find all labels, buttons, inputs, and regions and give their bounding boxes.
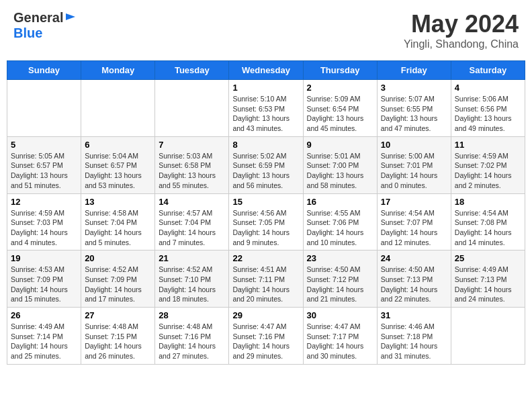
day-info: Sunrise: 4:57 AM Sunset: 7:04 PM Dayligh… xyxy=(159,208,225,248)
day-number: 9 xyxy=(307,140,373,150)
day-number: 10 xyxy=(381,140,447,150)
weekday-header-tuesday: Tuesday xyxy=(155,61,229,80)
day-info: Sunrise: 4:47 AM Sunset: 7:16 PM Dayligh… xyxy=(232,322,299,361)
calendar-cell xyxy=(155,80,229,137)
calendar-cell: 2Sunrise: 5:09 AM Sunset: 6:54 PM Daylig… xyxy=(303,80,377,137)
calendar-cell: 6Sunrise: 5:04 AM Sunset: 6:57 PM Daylig… xyxy=(81,136,155,193)
day-info: Sunrise: 4:54 AM Sunset: 7:07 PM Dayligh… xyxy=(381,208,447,248)
day-info: Sunrise: 5:04 AM Sunset: 6:57 PM Dayligh… xyxy=(85,151,151,191)
calendar-cell: 1Sunrise: 5:10 AM Sunset: 6:53 PM Daylig… xyxy=(229,80,303,137)
day-info: Sunrise: 4:52 AM Sunset: 7:10 PM Dayligh… xyxy=(159,265,225,304)
day-number: 3 xyxy=(381,83,447,93)
day-info: Sunrise: 4:59 AM Sunset: 7:03 PM Dayligh… xyxy=(11,208,77,248)
location-subtitle: Yingli, Shandong, China xyxy=(404,38,519,50)
weekday-header-wednesday: Wednesday xyxy=(229,61,303,80)
day-info: Sunrise: 5:02 AM Sunset: 6:59 PM Dayligh… xyxy=(232,151,299,191)
logo: General Blue xyxy=(13,10,77,41)
day-info: Sunrise: 4:51 AM Sunset: 7:11 PM Dayligh… xyxy=(232,265,299,304)
day-info: Sunrise: 4:48 AM Sunset: 7:16 PM Dayligh… xyxy=(159,322,225,361)
day-number: 22 xyxy=(232,253,299,263)
day-number: 7 xyxy=(159,140,225,150)
day-info: Sunrise: 4:59 AM Sunset: 7:02 PM Dayligh… xyxy=(455,151,521,191)
calendar-week-2: 5Sunrise: 5:05 AM Sunset: 6:57 PM Daylig… xyxy=(7,136,525,193)
calendar-cell: 9Sunrise: 5:01 AM Sunset: 7:00 PM Daylig… xyxy=(303,136,377,193)
day-number: 5 xyxy=(11,140,77,150)
day-number: 8 xyxy=(232,140,299,150)
calendar-cell: 7Sunrise: 5:03 AM Sunset: 6:58 PM Daylig… xyxy=(155,136,229,193)
day-info: Sunrise: 5:09 AM Sunset: 6:54 PM Dayligh… xyxy=(307,94,373,134)
title-section: May 2024 Yingli, Shandong, China xyxy=(404,10,519,50)
day-info: Sunrise: 4:48 AM Sunset: 7:15 PM Dayligh… xyxy=(85,322,151,361)
calendar-table: SundayMondayTuesdayWednesdayThursdayFrid… xyxy=(7,60,525,365)
day-info: Sunrise: 5:06 AM Sunset: 6:56 PM Dayligh… xyxy=(455,94,521,134)
day-number: 18 xyxy=(455,197,521,207)
calendar-cell: 3Sunrise: 5:07 AM Sunset: 6:55 PM Daylig… xyxy=(377,80,451,137)
weekday-header-friday: Friday xyxy=(377,61,451,80)
calendar-cell xyxy=(81,80,155,137)
calendar-cell: 24Sunrise: 4:50 AM Sunset: 7:13 PM Dayli… xyxy=(377,250,451,308)
day-number: 11 xyxy=(455,140,521,150)
month-title: May 2024 xyxy=(404,10,519,38)
day-number: 14 xyxy=(159,197,225,207)
calendar-cell: 17Sunrise: 4:54 AM Sunset: 7:07 PM Dayli… xyxy=(377,193,451,250)
day-number: 31 xyxy=(381,310,447,320)
day-info: Sunrise: 5:01 AM Sunset: 7:00 PM Dayligh… xyxy=(307,151,373,191)
day-number: 24 xyxy=(381,253,447,263)
day-number: 23 xyxy=(307,253,373,263)
day-number: 2 xyxy=(307,83,373,93)
day-number: 13 xyxy=(85,197,151,207)
calendar-cell xyxy=(7,80,81,137)
day-number: 20 xyxy=(85,253,151,263)
calendar-cell: 14Sunrise: 4:57 AM Sunset: 7:04 PM Dayli… xyxy=(155,193,229,250)
calendar-cell: 16Sunrise: 4:55 AM Sunset: 7:06 PM Dayli… xyxy=(303,193,377,250)
day-number: 29 xyxy=(232,310,299,320)
calendar-cell: 26Sunrise: 4:49 AM Sunset: 7:14 PM Dayli… xyxy=(7,308,81,365)
calendar-cell: 4Sunrise: 5:06 AM Sunset: 6:56 PM Daylig… xyxy=(451,80,525,137)
day-info: Sunrise: 5:07 AM Sunset: 6:55 PM Dayligh… xyxy=(381,94,447,134)
calendar-cell: 20Sunrise: 4:52 AM Sunset: 7:09 PM Dayli… xyxy=(81,250,155,308)
calendar-cell: 5Sunrise: 5:05 AM Sunset: 6:57 PM Daylig… xyxy=(7,136,81,193)
calendar-cell: 30Sunrise: 4:47 AM Sunset: 7:17 PM Dayli… xyxy=(303,308,377,365)
day-number: 26 xyxy=(11,310,77,320)
day-info: Sunrise: 4:49 AM Sunset: 7:14 PM Dayligh… xyxy=(11,322,77,361)
calendar-cell: 12Sunrise: 4:59 AM Sunset: 7:03 PM Dayli… xyxy=(7,193,81,250)
day-number: 28 xyxy=(159,310,225,320)
calendar-week-4: 19Sunrise: 4:53 AM Sunset: 7:09 PM Dayli… xyxy=(7,250,525,308)
calendar-cell: 31Sunrise: 4:46 AM Sunset: 7:18 PM Dayli… xyxy=(377,308,451,365)
calendar-week-1: 1Sunrise: 5:10 AM Sunset: 6:53 PM Daylig… xyxy=(7,80,525,137)
day-number: 30 xyxy=(307,310,373,320)
calendar-week-5: 26Sunrise: 4:49 AM Sunset: 7:14 PM Dayli… xyxy=(7,308,525,365)
calendar-cell xyxy=(451,308,525,365)
day-info: Sunrise: 4:46 AM Sunset: 7:18 PM Dayligh… xyxy=(381,322,447,361)
logo-general-text: General xyxy=(13,10,63,26)
day-number: 17 xyxy=(381,197,447,207)
day-number: 1 xyxy=(232,83,299,93)
page-header: General Blue May 2024 Yingli, Shandong, … xyxy=(7,7,525,54)
day-info: Sunrise: 4:47 AM Sunset: 7:17 PM Dayligh… xyxy=(307,322,373,361)
calendar-cell: 29Sunrise: 4:47 AM Sunset: 7:16 PM Dayli… xyxy=(229,308,303,365)
weekday-header-saturday: Saturday xyxy=(451,61,525,80)
calendar-cell: 11Sunrise: 4:59 AM Sunset: 7:02 PM Dayli… xyxy=(451,136,525,193)
calendar-cell: 13Sunrise: 4:58 AM Sunset: 7:04 PM Dayli… xyxy=(81,193,155,250)
weekday-header-monday: Monday xyxy=(81,61,155,80)
day-number: 6 xyxy=(85,140,151,150)
day-info: Sunrise: 5:05 AM Sunset: 6:57 PM Dayligh… xyxy=(11,151,77,191)
day-number: 16 xyxy=(307,197,373,207)
logo-icon xyxy=(64,11,77,23)
day-number: 27 xyxy=(85,310,151,320)
day-info: Sunrise: 4:52 AM Sunset: 7:09 PM Dayligh… xyxy=(85,265,151,304)
calendar-cell: 27Sunrise: 4:48 AM Sunset: 7:15 PM Dayli… xyxy=(81,308,155,365)
calendar-cell: 22Sunrise: 4:51 AM Sunset: 7:11 PM Dayli… xyxy=(229,250,303,308)
day-number: 25 xyxy=(455,253,521,263)
day-info: Sunrise: 4:49 AM Sunset: 7:13 PM Dayligh… xyxy=(455,265,521,304)
calendar-cell: 8Sunrise: 5:02 AM Sunset: 6:59 PM Daylig… xyxy=(229,136,303,193)
day-info: Sunrise: 4:55 AM Sunset: 7:06 PM Dayligh… xyxy=(307,208,373,248)
day-info: Sunrise: 4:50 AM Sunset: 7:13 PM Dayligh… xyxy=(381,265,447,304)
day-info: Sunrise: 5:10 AM Sunset: 6:53 PM Dayligh… xyxy=(232,94,299,134)
calendar-cell: 25Sunrise: 4:49 AM Sunset: 7:13 PM Dayli… xyxy=(451,250,525,308)
day-info: Sunrise: 4:53 AM Sunset: 7:09 PM Dayligh… xyxy=(11,265,77,304)
day-info: Sunrise: 4:56 AM Sunset: 7:05 PM Dayligh… xyxy=(232,208,299,248)
calendar-cell: 21Sunrise: 4:52 AM Sunset: 7:10 PM Dayli… xyxy=(155,250,229,308)
svg-marker-0 xyxy=(66,13,75,20)
day-number: 4 xyxy=(455,83,521,93)
